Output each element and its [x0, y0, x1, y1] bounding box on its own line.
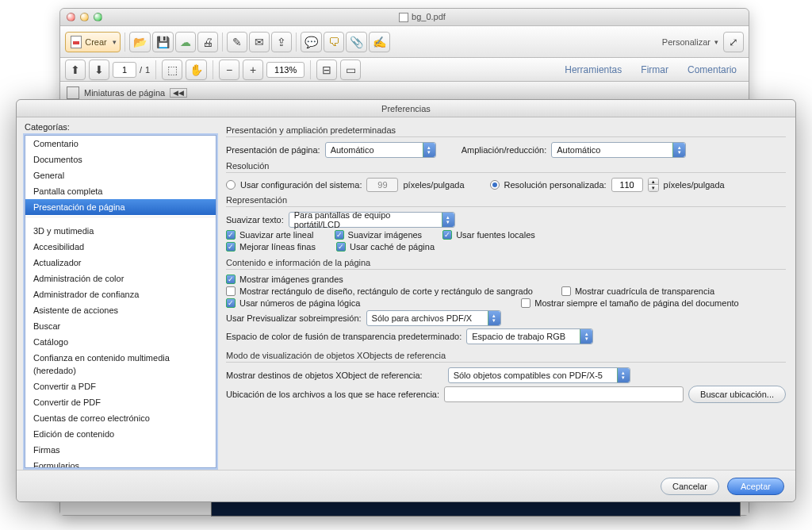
close-window-icon[interactable]: [67, 13, 75, 21]
custom-ppi-input[interactable]: [611, 178, 643, 192]
sign-button[interactable]: ✍: [369, 32, 390, 52]
custom-resolution-radio[interactable]: [490, 180, 500, 190]
cancel-button[interactable]: Cancelar: [661, 478, 719, 495]
cat-item[interactable]: Firmas: [25, 442, 216, 458]
show-page-size-checkbox[interactable]: [521, 298, 530, 308]
smooth-text-label: Suavizar texto:: [226, 215, 284, 225]
section-content-title: Contenido e información de la página: [226, 258, 786, 267]
cat-item[interactable]: Convertir de PDF: [25, 394, 216, 410]
blend-space-select[interactable]: Espacio de trabajo RGB▴▾: [466, 328, 593, 344]
smooth-text-select[interactable]: Para pantallas de equipo portátil/LCD▴▾: [289, 212, 455, 228]
zoom-label: Ampliación/reducción:: [462, 145, 547, 155]
fit-width-button[interactable]: ⊟: [316, 60, 337, 80]
cat-item[interactable]: Buscar: [25, 318, 216, 334]
cat-presentacion-pagina[interactable]: Presentación de página: [25, 199, 216, 215]
zoom-in-button[interactable]: +: [243, 60, 263, 80]
zoom-input[interactable]: [266, 62, 304, 78]
cat-general[interactable]: General: [25, 167, 216, 183]
section-resolution-title: Resolución: [226, 161, 786, 171]
main-toolbar: Crear 📂 💾 ☁ 🖨 ✎ ✉ ⇪ 💬 🗨 📎 ✍ Personalizar…: [60, 26, 749, 58]
comment-button[interactable]: 💬: [301, 32, 322, 52]
cat-item[interactable]: Administración de color: [25, 271, 216, 286]
sign-link[interactable]: Firmar: [634, 60, 676, 79]
cat-item[interactable]: Edición de contenido: [25, 426, 216, 442]
zoom-out-button[interactable]: −: [219, 60, 239, 80]
smooth-lineart-checkbox[interactable]: [226, 230, 236, 240]
large-images-checkbox[interactable]: [226, 275, 236, 284]
page-up-button[interactable]: ⬆: [65, 60, 86, 80]
category-list[interactable]: Comentario Documentos General Pantalla c…: [25, 135, 216, 468]
page-cache-checkbox[interactable]: [336, 242, 346, 252]
cat-item[interactable]: Cuentas de correo electrónico: [25, 410, 216, 426]
fit-page-button[interactable]: ▭: [340, 60, 361, 80]
select-tool-button[interactable]: ⬚: [162, 60, 182, 80]
share-button[interactable]: ⇪: [271, 32, 292, 52]
cat-comentario[interactable]: Comentario: [25, 136, 216, 152]
print-button[interactable]: 🖨: [197, 32, 218, 52]
ok-button[interactable]: Aceptar: [727, 478, 784, 495]
pdf-icon: [71, 36, 82, 48]
stepper-up-icon: ▴: [649, 179, 658, 185]
categories-label: Categorías:: [25, 122, 216, 132]
section-xobjects-title: Modo de visualización de objetos XObject…: [226, 351, 786, 360]
create-button[interactable]: Crear: [65, 32, 121, 52]
use-system-radio[interactable]: [226, 180, 236, 190]
cat-item[interactable]: Formularios: [25, 458, 216, 468]
hand-tool-button[interactable]: ✋: [186, 60, 207, 80]
xobject-dest-select[interactable]: Sólo objetos compatibles con PDF/X-5▴▾: [448, 367, 630, 383]
ppi-unit: píxeles/pulgada: [403, 180, 464, 190]
overprint-select[interactable]: Sólo para archivos PDF/X▴▾: [366, 310, 501, 326]
use-system-label: Usar configuración del sistema:: [240, 180, 362, 190]
minimize-window-icon[interactable]: [80, 13, 89, 21]
attach-button[interactable]: 📎: [346, 32, 367, 52]
cat-item[interactable]: Convertir a PDF: [25, 378, 216, 394]
blend-space-label: Espacio de color de fusión de transparen…: [226, 332, 462, 341]
collapse-thumbs-button[interactable]: ◀◀: [170, 88, 187, 98]
enhance-lines-checkbox[interactable]: [226, 242, 236, 252]
browse-button[interactable]: Buscar ubicación...: [688, 386, 786, 403]
page-down-button[interactable]: ⬇: [89, 60, 109, 80]
thumbnails-label: Miniaturas de página: [84, 88, 165, 98]
zoom-window-icon[interactable]: [94, 13, 102, 21]
cat-item[interactable]: Accesibilidad: [25, 239, 216, 255]
save-button[interactable]: 💾: [152, 32, 174, 52]
transparency-grid-checkbox[interactable]: [561, 286, 571, 296]
tools-link[interactable]: Herramientas: [557, 60, 629, 79]
cat-item[interactable]: Actualizador: [25, 255, 216, 271]
cat-item[interactable]: Confianza en contenido multimedia (hered…: [25, 350, 216, 378]
xobject-loc-input[interactable]: [444, 386, 684, 402]
logical-pages-checkbox[interactable]: [226, 298, 236, 308]
cat-item[interactable]: Administrador de confianza: [25, 286, 216, 302]
customize-toolbar-button[interactable]: Personalizar: [654, 32, 722, 52]
section-rendering-title: Representación: [226, 195, 786, 205]
page-layout-select[interactable]: Automático▴▾: [325, 142, 436, 158]
zoom-select[interactable]: Automático▴▾: [551, 142, 686, 158]
cat-item[interactable]: 3D y mutimedia: [25, 223, 216, 239]
stamp-button[interactable]: 🗨: [324, 32, 344, 52]
ppi-stepper[interactable]: ▴▾: [648, 178, 659, 192]
stepper-down-icon: ▾: [649, 185, 658, 191]
ppi-unit2: píxeles/pulgada: [664, 180, 725, 190]
open-button[interactable]: 📂: [129, 32, 151, 52]
window-title: bg_0.pdf: [412, 12, 446, 21]
page-number-input[interactable]: [113, 62, 136, 78]
page-layout-label: Presentación de página:: [226, 145, 320, 155]
section-layout-title: Presentación y ampliación predeterminada…: [226, 125, 786, 135]
cat-documentos[interactable]: Documentos: [25, 152, 216, 167]
show-boxes-checkbox[interactable]: [226, 286, 236, 296]
expand-button[interactable]: ⤢: [723, 32, 744, 52]
edit-button[interactable]: ✎: [227, 32, 247, 52]
xobject-dest-label: Mostrar destinos de objetos XObject de r…: [226, 371, 423, 380]
cat-item[interactable]: Asistente de acciones: [25, 302, 216, 318]
cloud-button[interactable]: ☁: [175, 32, 196, 52]
pdf-file-icon: [399, 13, 408, 22]
smooth-images-checkbox[interactable]: [335, 230, 344, 240]
cat-item[interactable]: Catálogo: [25, 334, 216, 350]
email-button[interactable]: ✉: [249, 32, 270, 52]
local-fonts-checkbox[interactable]: [442, 230, 452, 240]
comment-link[interactable]: Comentario: [680, 60, 744, 79]
navigation-toolbar: ⬆ ⬇ / 1 ⬚ ✋ − + ⊟ ▭ Herramientas Firmar …: [60, 58, 749, 82]
cat-pantalla-completa[interactable]: Pantalla completa: [25, 183, 216, 199]
overprint-label: Usar Previsualizar sobreimpresión:: [226, 313, 362, 323]
thumbnails-icon: [67, 86, 79, 99]
